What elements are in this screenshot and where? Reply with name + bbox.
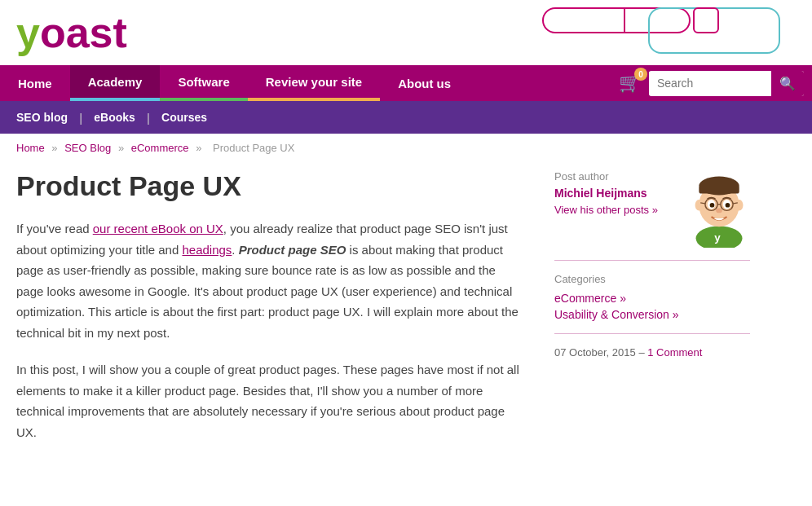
separator-2: | xyxy=(143,111,153,125)
separator-1: | xyxy=(76,111,86,125)
sub-nav: SEO blog | eBooks | Courses xyxy=(0,101,812,134)
categories-label: Categories xyxy=(554,273,750,285)
breadcrumb-ecommerce[interactable]: eCommerce xyxy=(131,142,189,154)
breadcrumb-sep-1: » xyxy=(51,142,60,154)
svg-rect-8 xyxy=(699,186,739,194)
header-decoration xyxy=(535,4,796,61)
date-section: 07 October, 2015 – 1 Comment xyxy=(554,346,750,359)
svg-point-10 xyxy=(735,200,744,210)
logo-text: yoast xyxy=(16,11,127,54)
breadcrumb-home[interactable]: Home xyxy=(16,142,45,154)
svg-point-13 xyxy=(710,203,715,208)
logo-y: y xyxy=(16,9,40,56)
author-divider xyxy=(554,260,750,261)
post-author-label: Post author xyxy=(554,170,677,183)
cart-badge: 0 xyxy=(634,68,647,81)
breadcrumb: Home » SEO Blog » eCommerce » Product Pa… xyxy=(0,134,812,162)
nav-review[interactable]: Review your site xyxy=(248,65,380,101)
view-posts-link[interactable]: View his other posts » xyxy=(554,204,658,216)
breadcrumb-sep-3: » xyxy=(196,142,205,154)
header: yoast xyxy=(0,0,812,65)
page-title: Product Page UX xyxy=(16,170,522,202)
author-section: Post author Michiel Heijmans View his ot… xyxy=(554,170,750,244)
article-paragraph-2: In this post, I will show you a couple o… xyxy=(16,359,522,442)
nav-right: 🛒 0 🔍 xyxy=(611,65,812,101)
logo-link[interactable]: yoast xyxy=(16,11,127,54)
author-avatar: y xyxy=(685,170,750,244)
comment-link[interactable]: 1 Comment xyxy=(647,346,702,359)
author-name-link[interactable]: Michiel Heijmans xyxy=(554,187,677,200)
breadcrumb-current: Product Page UX xyxy=(213,142,294,154)
categories-divider xyxy=(554,333,750,334)
subnav-ebooks[interactable]: eBooks xyxy=(86,111,143,124)
svg-point-9 xyxy=(695,200,704,210)
svg-rect-0 xyxy=(543,8,690,33)
breadcrumb-sep-2: » xyxy=(118,142,127,154)
main-nav: Home Academy Software Review your site A… xyxy=(0,65,812,101)
ebook-link[interactable]: our recent eBook on UX xyxy=(93,222,223,235)
svg-line-20 xyxy=(733,203,738,204)
nav-items: Home Academy Software Review your site A… xyxy=(0,65,611,101)
content-wrapper: Product Page UX If you've read our recen… xyxy=(0,162,783,459)
nav-home[interactable]: Home xyxy=(0,65,70,101)
cart-icon[interactable]: 🛒 0 xyxy=(619,73,641,94)
subnav-courses[interactable]: Courses xyxy=(153,111,215,124)
svg-rect-3 xyxy=(694,8,718,33)
post-date: 07 October, 2015 xyxy=(554,346,636,359)
nav-software[interactable]: Software xyxy=(160,65,247,101)
author-info: Post author Michiel Heijmans View his ot… xyxy=(554,170,677,216)
sidebar: Post author Michiel Heijmans View his ot… xyxy=(554,162,750,459)
svg-rect-1 xyxy=(649,8,779,53)
headings-link[interactable]: headings xyxy=(182,243,232,257)
article-paragraph-1: If you've read our recent eBook on UX, y… xyxy=(16,218,522,343)
nav-academy[interactable]: Academy xyxy=(70,65,161,101)
svg-point-15 xyxy=(716,209,722,213)
svg-point-14 xyxy=(726,203,730,208)
subnav-seoblog[interactable]: SEO blog xyxy=(16,111,76,124)
svg-line-19 xyxy=(700,203,705,204)
search-form[interactable]: 🔍 xyxy=(649,71,804,96)
search-input[interactable] xyxy=(649,72,771,95)
nav-about[interactable]: About us xyxy=(380,65,469,101)
search-button[interactable]: 🔍 xyxy=(771,71,804,96)
breadcrumb-seoblog[interactable]: SEO Blog xyxy=(64,142,111,154)
main-content: Product Page UX If you've read our recen… xyxy=(16,162,522,459)
categories-section: Categories eCommerce » Usability & Conve… xyxy=(554,273,750,321)
category-usability[interactable]: Usability & Conversion » xyxy=(554,308,750,321)
svg-text:y: y xyxy=(714,231,721,244)
category-ecommerce[interactable]: eCommerce » xyxy=(554,292,750,305)
date-dash: – xyxy=(638,346,647,359)
logo-oast: oast xyxy=(40,9,127,56)
